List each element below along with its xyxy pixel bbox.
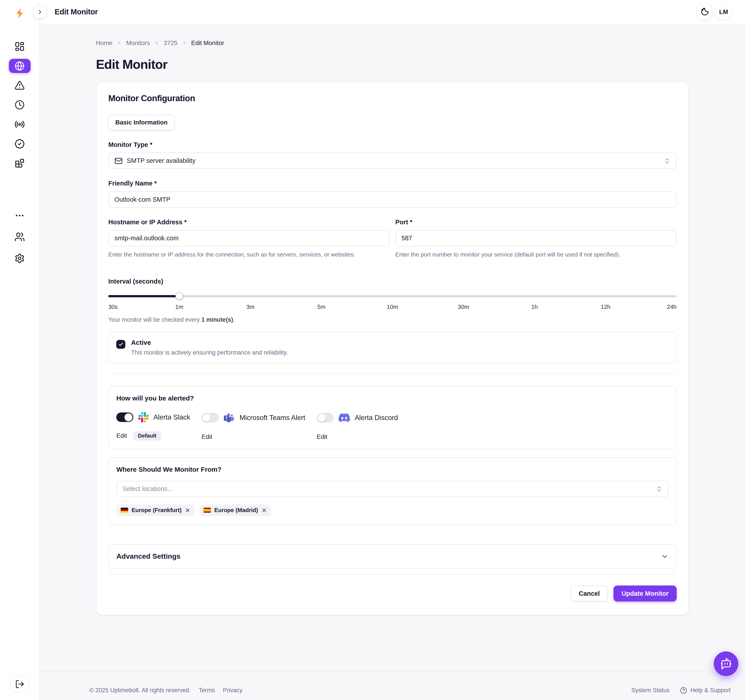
alert-label: Microsoft Teams Alert — [239, 414, 305, 422]
card-title: Monitor Configuration — [108, 93, 677, 103]
sidebar-item-users-icon[interactable] — [9, 230, 31, 244]
alert-label: Alerta Slack — [153, 413, 190, 421]
copyright-text: © 2025 Uptimebolt. All rights reserved. — [90, 687, 191, 694]
remove-chip-x-icon[interactable] — [261, 507, 267, 513]
port-helper: Enter the port number to monitor your se… — [395, 250, 677, 259]
circle-question-icon — [680, 687, 687, 694]
sidebar-item-alert-triangle-icon[interactable] — [9, 78, 31, 93]
interval-label: Interval (seconds) — [108, 278, 677, 285]
bot-chat-icon — [720, 658, 732, 670]
slider-thumb[interactable] — [175, 292, 183, 300]
terms-link[interactable]: Terms — [199, 687, 215, 694]
sidebar-nav-secondary — [9, 208, 31, 265]
slack-edit-link[interactable]: Edit — [116, 432, 127, 439]
hostname-helper: Enter the hostname or IP address for the… — [108, 250, 390, 259]
page-title: Edit Monitor — [96, 57, 689, 72]
chevrons-up-down-icon — [656, 486, 663, 492]
tick-label: 24h — [667, 304, 677, 310]
user-avatar[interactable]: LM — [715, 4, 732, 20]
location-chip-label: Europe (Frankfurt) — [132, 507, 181, 513]
locations-placeholder: Select locations... — [123, 485, 652, 492]
breadcrumb-home[interactable]: Home — [96, 39, 112, 46]
discord-icon — [338, 412, 350, 423]
default-badge: Default — [133, 431, 161, 440]
breadcrumb-separator-icon — [117, 40, 122, 46]
slider-fill — [108, 295, 179, 298]
tick-label: 5m — [317, 304, 325, 310]
monitor-type-value: SMTP server availability — [127, 157, 659, 165]
locations-select[interactable]: Select locations... — [116, 481, 669, 497]
topbar-title: Edit Monitor — [55, 7, 98, 16]
discord-edit-link[interactable]: Edit — [317, 433, 327, 440]
active-checkbox-box: Active This monitor is actively ensuring… — [108, 332, 677, 363]
sidebar-item-badge-check-icon[interactable] — [9, 137, 31, 151]
moon-stars-icon — [700, 7, 709, 16]
port-input[interactable] — [395, 230, 677, 246]
microsoft-teams-icon: T — [223, 412, 235, 423]
main-content: Home Monitors 3725 Edit Monitor Edit Mon… — [40, 24, 745, 700]
slack-alert-toggle[interactable] — [116, 413, 133, 422]
divider — [108, 374, 677, 374]
divider — [108, 574, 677, 574]
sidebar-nav — [9, 39, 31, 171]
breadcrumb: Home Monitors 3725 Edit Monitor — [96, 39, 689, 46]
tab-basic-information[interactable]: Basic Information — [108, 115, 175, 130]
help-support-label: Help & Support — [690, 687, 731, 694]
sidebar-item-settings-gear-icon[interactable] — [9, 251, 31, 265]
germany-flag-icon — [121, 508, 128, 513]
teams-alert-toggle[interactable] — [202, 413, 218, 423]
port-label: Port * — [395, 218, 677, 226]
alerts-title: How will you be alerted? — [116, 395, 669, 402]
sidebar-collapse-button[interactable] — [33, 5, 46, 19]
update-monitor-button[interactable]: Update Monitor — [613, 585, 676, 601]
discord-alert-toggle[interactable] — [317, 413, 334, 423]
sidebar — [0, 0, 40, 700]
chevron-right-icon — [37, 9, 43, 15]
remove-chip-x-icon[interactable] — [185, 507, 191, 513]
sidebar-item-blocks-icon[interactable] — [9, 156, 31, 171]
active-label: Active — [131, 339, 288, 346]
privacy-link[interactable]: Privacy — [223, 687, 242, 694]
locations-box: Where Should We Monitor From? Select loc… — [108, 457, 677, 525]
theme-toggle-button[interactable] — [697, 4, 713, 20]
breadcrumb-monitors[interactable]: Monitors — [126, 39, 150, 46]
chat-assistant-button[interactable] — [714, 651, 738, 676]
locations-title: Where Should We Monitor From? — [116, 466, 669, 473]
system-status-link[interactable]: System Status — [631, 687, 670, 694]
topbar: Edit Monitor LM — [0, 0, 745, 24]
hostname-label: Hostname or IP Address * — [108, 218, 390, 226]
sidebar-item-dashboard-icon[interactable] — [9, 39, 31, 54]
sidebar-item-radio-icon[interactable] — [9, 117, 31, 132]
breadcrumb-monitor-id[interactable]: 3725 — [164, 39, 178, 46]
alert-item-discord: Alerta Discord Edit — [317, 412, 398, 442]
sidebar-item-monitors-globe-icon[interactable] — [9, 59, 31, 73]
tick-label: 30m — [458, 304, 469, 310]
sidebar-item-clock-icon[interactable] — [9, 98, 31, 112]
location-chip-madrid: Europe (Madrid) — [199, 504, 271, 516]
friendly-name-input[interactable] — [108, 191, 677, 208]
avatar-initials: LM — [719, 8, 728, 15]
active-description: This monitor is actively ensuring perfor… — [131, 349, 288, 356]
advanced-settings-title: Advanced Settings — [116, 552, 180, 561]
hostname-input[interactable] — [108, 230, 390, 246]
cancel-button[interactable]: Cancel — [571, 585, 608, 601]
slider-track — [108, 295, 677, 298]
tick-label: 3m — [246, 304, 254, 310]
tick-label: 1h — [531, 304, 538, 310]
check-icon — [118, 341, 124, 347]
advanced-settings-toggle[interactable]: Advanced Settings — [108, 544, 677, 568]
logout-button[interactable] — [10, 676, 29, 693]
alerts-box: How will you be alerted? — [108, 386, 677, 450]
help-support-link[interactable]: Help & Support — [680, 687, 731, 694]
app-logo-bolt-icon — [14, 7, 25, 21]
sidebar-item-more-ellipsis-icon[interactable] — [9, 208, 31, 223]
interval-slider[interactable] — [108, 292, 677, 300]
active-checkbox[interactable] — [116, 340, 125, 349]
slack-icon — [138, 412, 149, 422]
monitor-type-select[interactable]: SMTP server availability — [108, 153, 677, 169]
tick-label: 1m — [175, 304, 184, 310]
teams-edit-link[interactable]: Edit — [202, 433, 212, 440]
breadcrumb-current: Edit Monitor — [191, 39, 224, 46]
monitor-configuration-card: Monitor Configuration Basic Information … — [96, 82, 689, 615]
tick-label: 12h — [601, 304, 610, 310]
